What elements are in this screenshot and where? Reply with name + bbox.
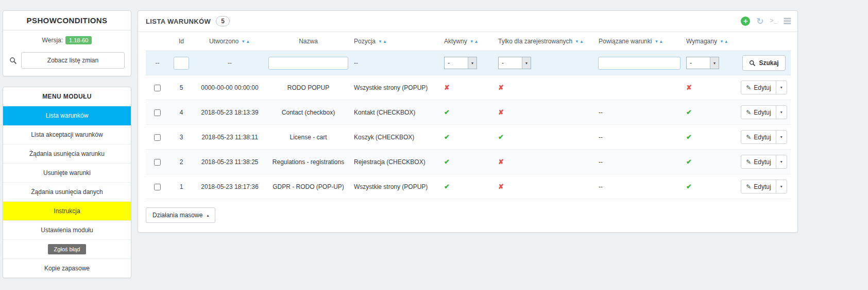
- filter-required-select[interactable]: -▾: [686, 57, 719, 69]
- row-related: [595, 75, 683, 100]
- select-value: -: [687, 57, 710, 69]
- required-mark[interactable]: ✔: [686, 183, 692, 190]
- add-new-icon[interactable]: +: [741, 17, 750, 26]
- menu-item-label: Żądania usunięcia danych: [31, 188, 103, 196]
- edit-dropdown-caret-icon[interactable]: ▾: [776, 155, 787, 168]
- column-header-created[interactable]: Utworzono▼▲: [194, 32, 266, 51]
- select-value: -: [499, 57, 522, 69]
- refresh-icon[interactable]: ↻: [756, 17, 763, 26]
- sort-icons[interactable]: ▼▲: [654, 39, 663, 44]
- column-header-registered-only[interactable]: Tylko dla zarejestrowanych▼▲: [495, 32, 595, 51]
- required-mark[interactable]: ✘: [686, 84, 692, 91]
- sort-icons[interactable]: ▼▲: [241, 39, 250, 44]
- edit-dropdown-caret-icon[interactable]: ▾: [776, 81, 787, 94]
- registered-only-mark[interactable]: ✘: [498, 108, 504, 116]
- menu-item[interactable]: Usunięte warunki: [3, 164, 131, 183]
- edit-button-label: Edytuj: [754, 109, 771, 116]
- select-value: -: [445, 57, 468, 69]
- sort-icons[interactable]: ▼▲: [720, 39, 729, 44]
- filter-name-input[interactable]: [268, 57, 348, 70]
- menu-item[interactable]: Lista akceptacji warunków: [3, 125, 131, 144]
- sort-icons[interactable]: ▼▲: [378, 39, 387, 44]
- required-mark[interactable]: ✔: [686, 108, 692, 116]
- row-required-cell: ✔: [683, 100, 737, 125]
- search-button-label: Szukaj: [759, 59, 778, 67]
- row-checkbox[interactable]: [154, 184, 161, 190]
- registered-only-mark[interactable]: ✘: [498, 84, 504, 91]
- row-required-cell: ✔: [683, 125, 737, 150]
- edit-split-button: ✎ Edytuj ▾: [741, 130, 787, 144]
- menu-item[interactable]: Kopie zapasowe: [3, 259, 131, 278]
- edit-dropdown-caret-icon[interactable]: ▾: [776, 106, 787, 119]
- menu-item[interactable]: Instrukcja: [3, 202, 131, 221]
- sort-icons[interactable]: ▼▲: [470, 39, 479, 44]
- version-row: Wersja:1.18-60: [3, 30, 131, 46]
- filter-active-select[interactable]: -▾: [444, 57, 477, 69]
- row-checkbox[interactable]: [154, 159, 161, 166]
- active-mark[interactable]: ✘: [444, 84, 450, 91]
- filter-related-input[interactable]: [598, 57, 680, 70]
- edit-button-label: Edytuj: [754, 183, 771, 190]
- edit-dropdown-caret-icon[interactable]: ▾: [776, 131, 787, 143]
- row-checkbox[interactable]: [154, 134, 161, 141]
- changelog-row: Zobacz listę zmian: [3, 46, 131, 76]
- menu-item[interactable]: Ustawienia modułu: [3, 221, 131, 240]
- row-created: 2018-05-23 11:38:25: [194, 150, 266, 174]
- table-row: 1 2018-05-23 18:17:36 GDPR - RODO (POP-U…: [146, 174, 791, 199]
- bulk-actions-button[interactable]: Działania masowe ▴: [146, 207, 215, 223]
- sidebar: PSHOWCONDITIONS Wersja:1.18-60 Zobacz li…: [3, 10, 131, 278]
- row-checkbox[interactable]: [154, 109, 161, 116]
- menu-item[interactable]: Zgłoś błąd: [3, 240, 131, 259]
- row-actions-cell: ✎ Edytuj ▾: [737, 150, 791, 174]
- column-label: Tylko dla zarejestrowanych: [498, 38, 572, 45]
- edit-button[interactable]: ✎ Edytuj: [741, 155, 775, 168]
- required-mark[interactable]: ✔: [686, 158, 692, 166]
- column-header-required[interactable]: Wymagany▼▲: [683, 32, 737, 51]
- filter-registered-select[interactable]: -▾: [498, 57, 531, 69]
- edit-button[interactable]: ✎ Edytuj: [741, 81, 775, 94]
- pencil-icon: ✎: [746, 158, 751, 166]
- row-required-cell: ✘: [683, 75, 737, 100]
- row-checkbox[interactable]: [154, 85, 161, 91]
- row-checkbox-cell: [146, 75, 169, 100]
- filter-id-cell: [169, 51, 194, 75]
- chevron-down-icon: ▾: [522, 57, 531, 69]
- column-header-related[interactable]: Powiązane warunki▼▲: [595, 32, 683, 51]
- column-header-active[interactable]: Aktywny▼▲: [441, 32, 495, 51]
- menu-item[interactable]: Żądania usunięcia danych: [3, 183, 131, 202]
- row-name: GDPR - RODO (POP-UP): [266, 174, 351, 199]
- row-registered-cell: ✘: [495, 174, 595, 199]
- bulk-actions-label: Działania masowe: [152, 212, 202, 219]
- row-id: 1: [169, 174, 194, 199]
- edit-button[interactable]: ✎ Edytuj: [741, 106, 775, 119]
- menu-item[interactable]: Lista warunków: [3, 106, 131, 125]
- table-row: 5 0000-00-00 00:00:00 RODO POPUP Wszystk…: [146, 75, 791, 100]
- column-header-name: Nazwa: [266, 32, 351, 51]
- active-mark[interactable]: ✔: [444, 183, 450, 190]
- row-related: --: [595, 174, 683, 199]
- menu-item-label: Zgłoś błąd: [48, 244, 87, 254]
- search-button[interactable]: Szukaj: [742, 55, 785, 71]
- registered-only-mark[interactable]: ✔: [498, 133, 504, 141]
- registered-only-mark[interactable]: ✘: [498, 183, 504, 190]
- menu-item[interactable]: Żądania usunięcia warunku: [3, 144, 131, 164]
- edit-button[interactable]: ✎ Edytuj: [741, 180, 775, 193]
- row-created: 0000-00-00 00:00:00: [194, 75, 266, 100]
- active-mark[interactable]: ✔: [444, 133, 450, 141]
- sort-icons[interactable]: ▼▲: [575, 39, 584, 44]
- filter-id-input[interactable]: [174, 57, 189, 70]
- filter-related-cell: [595, 51, 683, 75]
- row-active-cell: ✔: [441, 100, 495, 125]
- changelog-button[interactable]: Zobacz listę zmian: [21, 52, 125, 69]
- search-icon: [749, 60, 756, 67]
- active-mark[interactable]: ✔: [444, 158, 450, 166]
- edit-button[interactable]: ✎ Edytuj: [741, 131, 775, 143]
- registered-only-mark[interactable]: ✘: [498, 158, 504, 166]
- row-actions-cell: ✎ Edytuj ▾: [737, 174, 791, 199]
- active-mark[interactable]: ✔: [444, 108, 450, 116]
- edit-dropdown-caret-icon[interactable]: ▾: [776, 180, 787, 193]
- row-position: Koszyk (CHECKBOX): [351, 125, 441, 150]
- list-title: LISTA WARUNKÓW: [146, 18, 211, 25]
- required-mark[interactable]: ✔: [686, 133, 692, 141]
- column-header-position[interactable]: Pozycja▼▲: [351, 32, 441, 51]
